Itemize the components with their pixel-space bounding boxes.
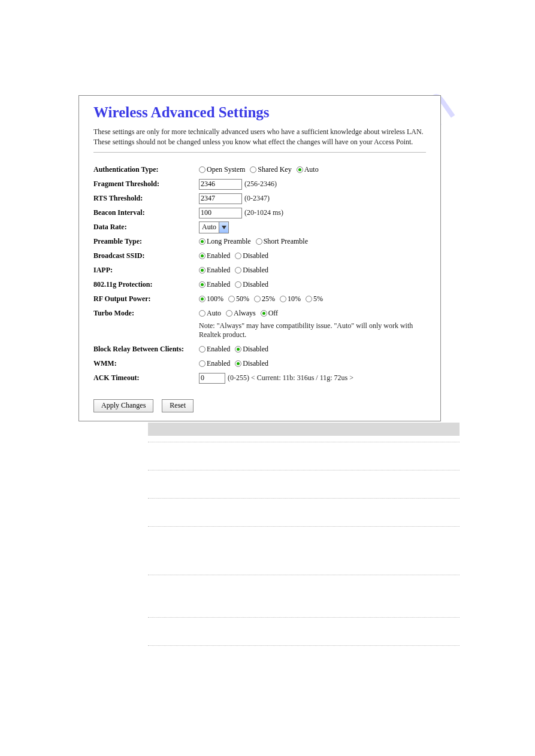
radio-circle-icon (254, 296, 261, 302)
radio-circle-icon (280, 296, 286, 302)
radio-dot-icon (201, 269, 204, 272)
page-description: These settings are only for more technic… (93, 127, 426, 147)
radio-circle-icon (235, 267, 241, 274)
radio-circle-icon (235, 281, 241, 288)
label-fragment-threshold: Fragment Threshold: (93, 180, 199, 189)
radio-block-relay-enabled[interactable]: Enabled (199, 345, 230, 354)
radio-auth-open-system[interactable]: Open System (199, 165, 245, 174)
label-preamble-type: Preamble Type: (93, 237, 199, 246)
radio-rf-10[interactable]: 10% (280, 294, 301, 303)
hint-ack-timeout: (0-255) < Current: 11b: 316us / 11g: 72u… (228, 374, 353, 382)
controls-80211g-protection: Enabled Disabled (199, 280, 273, 289)
note-turbo-mode: Note: "Always" may have compatibility is… (199, 321, 426, 339)
radio-dot-icon (201, 297, 204, 300)
radio-wmm-disabled[interactable]: Disabled (235, 359, 268, 368)
radio-rf-5[interactable]: 5% (306, 294, 323, 303)
radio-label: Long Preamble (207, 237, 251, 246)
controls-data-rate: Auto (199, 221, 229, 233)
radio-label: Enabled (207, 280, 230, 289)
label-auth-type: Authentication Type: (93, 165, 199, 174)
radio-broadcast-enabled[interactable]: Enabled (199, 251, 230, 260)
radio-label: 25% (262, 294, 275, 303)
radio-auth-auto[interactable]: Auto (297, 165, 319, 174)
radio-circle-icon (235, 346, 241, 353)
radio-dot-icon (298, 168, 301, 171)
row-data-rate: Data Rate: Auto (93, 221, 426, 234)
radio-iapp-enabled[interactable]: Enabled (199, 266, 230, 275)
radio-label: Enabled (207, 266, 230, 275)
label-wmm: WMM: (93, 359, 199, 368)
radio-label: Shared Key (258, 165, 291, 174)
label-block-relay: Block Relay Between Clients: (93, 345, 199, 354)
radio-label: 5% (313, 294, 323, 303)
radio-turbo-off[interactable]: Off (261, 309, 278, 318)
label-beacon-interval: Beacon Interval: (93, 208, 199, 217)
radio-circle-icon (297, 166, 303, 173)
radio-protection-enabled[interactable]: Enabled (199, 280, 230, 289)
radio-iapp-disabled[interactable]: Disabled (235, 266, 268, 275)
radio-label: Enabled (207, 251, 230, 260)
radio-protection-disabled[interactable]: Disabled (235, 280, 268, 289)
radio-circle-icon (235, 360, 241, 367)
radio-rf-50[interactable]: 50% (228, 294, 249, 303)
radio-circle-icon (256, 238, 262, 245)
radio-rf-25[interactable]: 25% (254, 294, 275, 303)
radio-turbo-auto[interactable]: Auto (199, 309, 221, 318)
radio-circle-icon (199, 281, 205, 288)
row-fragment-threshold: Fragment Threshold: (256-2346) (93, 178, 426, 191)
radio-circle-icon (199, 253, 205, 259)
radio-dot-icon (201, 283, 204, 286)
radio-auth-shared-key[interactable]: Shared Key (250, 165, 291, 174)
row-rts-threshold: RTS Threshold: (0-2347) (93, 192, 426, 205)
input-beacon-interval[interactable] (199, 208, 242, 218)
radio-turbo-always[interactable]: Always (226, 309, 256, 318)
row-turbo-mode: Turbo Mode: Auto Always Off (93, 307, 426, 320)
radio-label: 50% (236, 294, 249, 303)
radio-broadcast-disabled[interactable]: Disabled (235, 251, 268, 260)
row-beacon-interval: Beacon Interval: (20-1024 ms) (93, 207, 426, 220)
radio-label: Disabled (243, 266, 268, 275)
label-80211g-protection: 802.11g Protection: (93, 280, 199, 289)
radio-circle-icon (261, 310, 267, 317)
row-broadcast-ssid: Broadcast SSID: Enabled Disabled (93, 250, 426, 263)
settings-panel: Wireless Advanced Settings These setting… (78, 95, 441, 421)
radio-wmm-enabled[interactable]: Enabled (199, 359, 230, 368)
select-value: Auto (202, 223, 216, 232)
hint-fragment-threshold: (256-2346) (244, 180, 277, 189)
apply-changes-button[interactable]: Apply Changes (93, 399, 153, 412)
radio-label: Auto (304, 165, 319, 174)
controls-block-relay: Enabled Disabled (199, 345, 273, 354)
radio-preamble-short[interactable]: Short Preamble (256, 237, 308, 246)
label-iapp: IAPP: (93, 266, 199, 275)
label-turbo-mode: Turbo Mode: (93, 309, 199, 318)
table-divider (148, 645, 460, 646)
radio-block-relay-disabled[interactable]: Disabled (235, 345, 268, 354)
input-ack-timeout[interactable] (199, 373, 225, 384)
radio-label: Disabled (243, 345, 268, 354)
radio-circle-icon (199, 166, 205, 173)
radio-circle-icon (199, 360, 205, 367)
radio-circle-icon (226, 310, 232, 317)
select-data-rate[interactable]: Auto (199, 221, 229, 233)
radio-label: Short Preamble (264, 237, 308, 246)
label-broadcast-ssid: Broadcast SSID: (93, 251, 199, 260)
input-rts-threshold[interactable] (199, 193, 242, 204)
radio-circle-icon (306, 296, 312, 302)
controls-beacon-interval: (20-1024 ms) (199, 208, 283, 218)
radio-dot-icon (201, 240, 204, 243)
radio-preamble-long[interactable]: Long Preamble (199, 237, 251, 246)
input-fragment-threshold[interactable] (199, 179, 242, 190)
row-iapp: IAPP: Enabled Disabled (93, 264, 426, 277)
radio-circle-icon (199, 310, 205, 317)
reset-button[interactable]: Reset (162, 399, 194, 412)
radio-circle-icon (199, 346, 205, 353)
hint-rts-threshold: (0-2347) (244, 194, 270, 203)
divider (93, 152, 426, 153)
row-block-relay: Block Relay Between Clients: Enabled Dis… (93, 343, 426, 356)
controls-rts-threshold: (0-2347) (199, 193, 270, 204)
row-ack-timeout: ACK Timeout: (0-255) < Current: 11b: 316… (93, 372, 426, 385)
radio-dot-icon (237, 362, 240, 365)
radio-label: Off (268, 309, 278, 318)
controls-broadcast-ssid: Enabled Disabled (199, 251, 273, 260)
radio-rf-100[interactable]: 100% (199, 294, 223, 303)
